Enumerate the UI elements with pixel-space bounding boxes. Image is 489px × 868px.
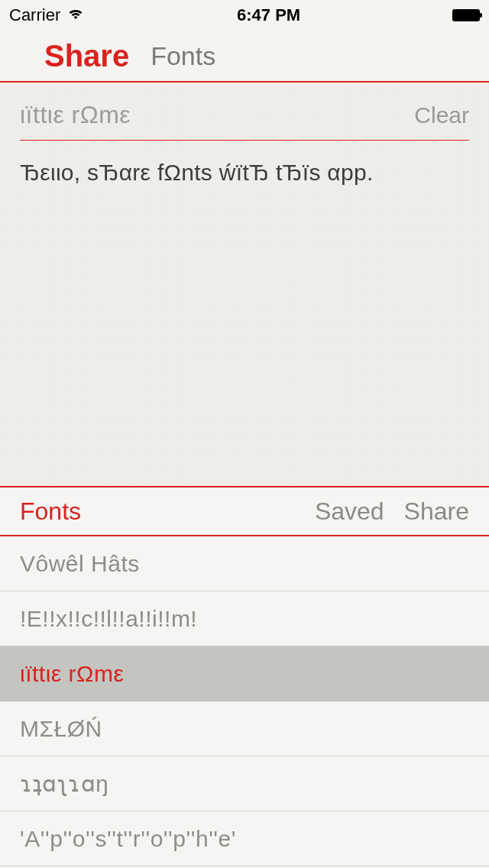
font-row[interactable]: 'A''p''o''s''t''r''o''p''h''e' [0,811,489,866]
wifi-icon [66,5,85,25]
font-row[interactable]: ΜΣŁØŃ [0,701,489,756]
editor-area: ιïttιε rΩmε Clear Ђειιо, sЂαrε fΩnts ẃït… [0,83,489,486]
font-list[interactable]: Vôwêl Hâts!E!!x!!c!!l!!a!!i!!m!ιïttιε rΩ… [0,536,489,866]
tab-bar: Fonts Saved Share [0,486,489,536]
nav-title-fonts: Fonts [151,41,215,71]
tab-saved[interactable]: Saved [315,497,384,526]
font-row[interactable]: !E!!x!!c!!l!!a!!i!!m! [0,591,489,646]
font-row[interactable]: ιïttιε rΩmε [0,646,489,701]
font-row-label: ΜΣŁØŃ [20,716,102,742]
nav-bar: Share Fonts [0,31,489,83]
status-bar: Carrier 6:47 PM [0,0,489,31]
battery-icon [452,9,480,21]
font-name-input[interactable]: ιïttιε rΩmε [20,101,414,129]
clear-button[interactable]: Clear [414,102,469,128]
tab-share[interactable]: Share [404,497,469,526]
status-left: Carrier [9,5,85,25]
font-row[interactable]: Vôwêl Hâts [0,536,489,591]
clock: 6:47 PM [237,5,300,25]
font-row-label: ɿʇɑʅɿɑŋ [20,770,108,797]
font-row-label: Vôwêl Hâts [20,551,140,577]
tab-fonts[interactable]: Fonts [20,497,315,526]
carrier-label: Carrier [9,5,60,25]
status-right [452,9,480,21]
preview-text[interactable]: Ђειιо, sЂαrε fΩnts ẃïtЂ tЂïs αpp. [20,157,469,187]
font-row-label: !E!!x!!c!!l!!a!!i!!m! [20,606,197,632]
font-row-label: 'A''p''o''s''t''r''o''p''h''e' [20,826,236,852]
font-name-row: ιïttιε rΩmε Clear [20,101,469,141]
share-button[interactable]: Share [44,39,129,73]
font-row-label: ιïttιε rΩmε [20,661,124,687]
font-row[interactable]: ɿʇɑʅɿɑŋ [0,756,489,811]
